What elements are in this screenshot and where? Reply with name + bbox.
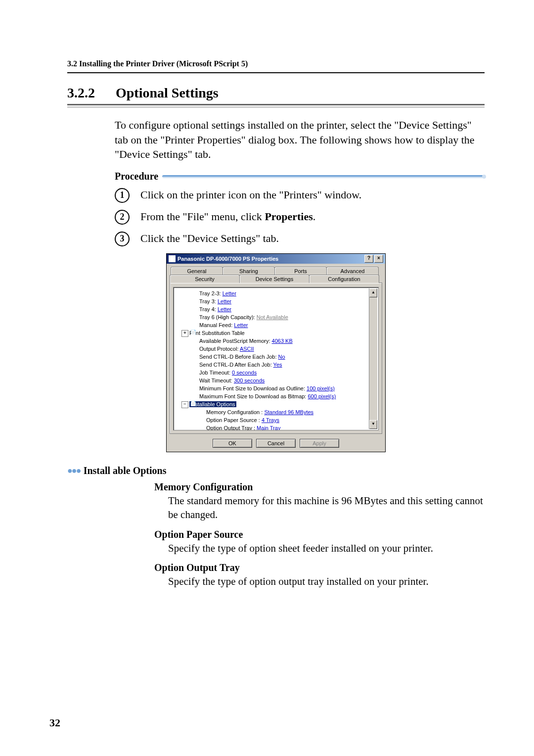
procedure-step: 2From the "File" menu, click Properties. [115, 210, 485, 225]
scrollbar[interactable]: ▲ ▼ [369, 288, 377, 429]
tree-item-value[interactable]: Main Tray [257, 425, 280, 430]
tree-item-label: Option Paper Source : [206, 417, 262, 423]
tree-item-label: Wait Timeout: [199, 378, 234, 383]
tree-item[interactable]: Tray 3: Letter [177, 297, 377, 305]
tree-item-value[interactable]: Standard 96 MBytes [264, 409, 313, 415]
tree-item[interactable]: Option Output Tray : Main Tray [177, 424, 377, 430]
install-option-title: Memory Configuration [154, 481, 485, 493]
printer-icon [169, 255, 176, 262]
device-settings-tree[interactable]: Tray 2-3: LetterTray 3: LetterTray 4: Le… [173, 287, 379, 430]
tree-item-value[interactable]: Letter [222, 290, 236, 296]
tab[interactable]: General [171, 267, 223, 275]
section-intro: To configure optional settings installed… [115, 118, 485, 162]
collapse-icon[interactable]: − [181, 401, 188, 408]
cancel-button[interactable]: Cancel [256, 439, 296, 448]
tree-item[interactable]: Send CTRL-D Before Each Job: No [177, 353, 377, 361]
install-option-body: The standard memory for this machine is … [168, 494, 485, 522]
tab[interactable]: Sharing [222, 267, 275, 275]
install-option-body: Specify the type of option output tray i… [168, 574, 485, 588]
tree-item-label: Send CTRL-D After Each Job: [199, 362, 273, 368]
step-text: Click on the printer icon on the "Printe… [140, 188, 361, 202]
bullet-dots-icon: ●●● [67, 466, 81, 476]
help-button[interactable]: ? [364, 255, 373, 263]
tree-item-label: Tray 4: [199, 306, 218, 312]
tree-item-label: Memory Configuration : [206, 409, 264, 415]
install-option-body: Specify the type of option sheet feeder … [168, 541, 485, 555]
tree-item-value[interactable]: 300 seconds [234, 378, 265, 383]
install-options-heading: Install able Options [84, 465, 167, 476]
step-number: 1 [115, 188, 130, 203]
tree-item[interactable]: Tray 4: Letter [177, 305, 377, 313]
apply-button[interactable]: Apply [300, 439, 339, 448]
tree-item-label: Available PostScript Memory: [199, 338, 272, 344]
step-number: 3 [115, 232, 130, 246]
tree-item[interactable]: Option Paper Source : 4 Trays [177, 416, 377, 424]
tree-item[interactable]: Tray 2-3: Letter [177, 289, 377, 297]
tree-item-label: Maximum Font Size to Download as Bitmap: [199, 393, 308, 399]
scroll-up[interactable]: ▲ [369, 288, 377, 297]
tree-item-label: Minimum Font Size to Download as Outline… [199, 385, 307, 391]
tree-item-value[interactable]: 0 seconds [232, 370, 257, 376]
tree-item[interactable]: Manual Feed: Letter [177, 321, 377, 329]
tree-item-label: Option Output Tray : [206, 425, 257, 430]
tree-item[interactable]: Memory Configuration : Standard 96 MByte… [177, 408, 377, 416]
tab[interactable]: Ports [274, 267, 327, 275]
section-rule [67, 104, 485, 108]
ok-button[interactable]: OK [213, 439, 252, 448]
tree-item[interactable]: −📄Installable Options [177, 400, 377, 408]
step-text: Click the "Device Settings" tab. [140, 232, 279, 246]
tree-item[interactable]: Tray 6 (High Capacity): Not Available [177, 313, 377, 321]
section-title: 3.2.2 Optional Settings [67, 85, 485, 101]
tree-item-value[interactable]: Letter [218, 298, 231, 304]
scroll-down[interactable]: ▼ [369, 420, 377, 429]
tree-item[interactable]: +📄Font Substitution Table [177, 329, 377, 337]
install-option: Memory ConfigurationThe standard memory … [154, 481, 485, 522]
install-option-title: Option Paper Source [154, 529, 485, 540]
tab[interactable]: Security [170, 275, 240, 283]
tree-item-label: Installable Options [189, 401, 236, 407]
tab[interactable]: Device Settings [239, 275, 310, 283]
tree-item-label: Tray 6 (High Capacity): [199, 314, 257, 320]
procedure-step: 1Click on the printer icon on the "Print… [115, 188, 485, 203]
tab-panel: Tray 2-3: LetterTray 3: LetterTray 4: Le… [170, 283, 382, 434]
tree-item[interactable]: Output Protocol: ASCII [177, 345, 377, 353]
node-icon: 📄 [190, 330, 196, 336]
procedure-rule [162, 175, 485, 178]
tree-item-label: Font Substitution Table [189, 330, 245, 336]
tree-item-label: Manual Feed: [199, 322, 234, 328]
tree-item[interactable]: Send CTRL-D After Each Job: Yes [177, 361, 377, 369]
node-icon: 📄 [190, 401, 196, 407]
tree-item-value[interactable]: Yes [273, 362, 282, 368]
expand-icon[interactable]: + [181, 330, 188, 337]
running-rule [67, 72, 485, 73]
install-option: Option Output TraySpecify the type of op… [154, 562, 485, 588]
tree-item[interactable]: Maximum Font Size to Download as Bitmap:… [177, 392, 377, 400]
tab[interactable]: Configuration [309, 275, 379, 283]
install-options-heading-row: ●●● Install able Options [67, 465, 485, 476]
tree-item[interactable]: Minimum Font Size to Download as Outline… [177, 384, 377, 392]
tree-item-value[interactable]: Letter [218, 306, 231, 312]
close-button[interactable]: × [374, 255, 383, 263]
tree-item-value[interactable]: No [278, 354, 285, 360]
tree-item-value[interactable]: Letter [234, 322, 248, 328]
properties-dialog: Panasonic DP-6000/7000 PS Properties ? ×… [166, 253, 386, 452]
tree-item-value[interactable]: 4063 KB [272, 338, 293, 344]
tree-item-label: Job Timeout: [199, 370, 232, 376]
tree-item-value[interactable]: 4 Trays [262, 417, 279, 423]
tree-item-value[interactable]: 600 pixel(s) [308, 393, 336, 399]
section-number: 3.2.2 [67, 85, 95, 100]
tree-item-value[interactable]: 100 pixel(s) [307, 385, 335, 391]
page-number: 32 [49, 716, 60, 729]
tree-item-label: Output Protocol: [199, 346, 240, 352]
tree-item[interactable]: Job Timeout: 0 seconds [177, 369, 377, 377]
tree-item[interactable]: Wait Timeout: 300 seconds [177, 377, 377, 384]
tab[interactable]: Advanced [326, 267, 379, 275]
dialog-titlebar: Panasonic DP-6000/7000 PS Properties ? × [167, 254, 385, 264]
step-text: From the "File" menu, click Properties. [140, 210, 315, 224]
install-option: Option Paper SourceSpecify the type of o… [154, 529, 485, 555]
procedure-step: 3Click the "Device Settings" tab. [115, 232, 485, 246]
install-option-title: Option Output Tray [154, 562, 485, 573]
tree-item[interactable]: Available PostScript Memory: 4063 KB [177, 337, 377, 345]
running-header: 3.2 Installing the Printer Driver (Micro… [67, 59, 485, 68]
tree-item-value[interactable]: ASCII [240, 346, 254, 352]
